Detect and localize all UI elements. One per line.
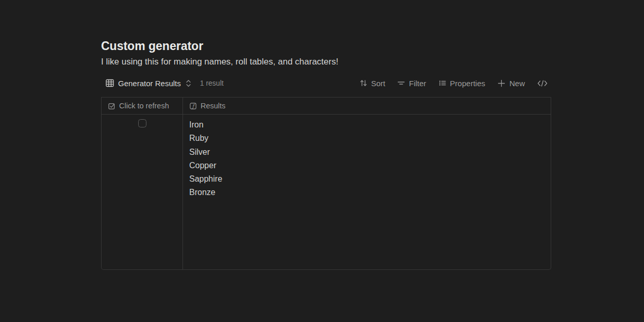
result-line: Silver bbox=[189, 146, 544, 159]
code-icon bbox=[537, 79, 548, 87]
column-header-results[interactable]: ƒ Results bbox=[183, 98, 551, 114]
table-grid-icon bbox=[105, 78, 114, 88]
chevron-up-down-icon bbox=[186, 79, 191, 88]
view-tab-generator-results[interactable]: Generator Results 1 result bbox=[101, 78, 224, 88]
filter-label: Filter bbox=[409, 79, 426, 88]
filter-lines-icon bbox=[397, 79, 405, 87]
column-label: Click to refresh bbox=[119, 102, 169, 110]
page-description: I like using this for making names, roll… bbox=[101, 57, 338, 67]
result-count: 1 result bbox=[200, 79, 224, 87]
results-cell[interactable]: Iron Ruby Silver Copper Sapphire Bronze bbox=[183, 115, 551, 269]
code-view-button[interactable] bbox=[537, 79, 548, 87]
new-button[interactable]: New bbox=[497, 79, 525, 88]
sort-arrows-icon bbox=[359, 79, 368, 87]
svg-text:ƒ: ƒ bbox=[191, 103, 195, 109]
result-line: Copper bbox=[189, 159, 544, 172]
column-label: Results bbox=[201, 102, 225, 110]
filter-button[interactable]: Filter bbox=[397, 79, 426, 88]
new-label: New bbox=[509, 79, 525, 88]
properties-label: Properties bbox=[450, 79, 485, 88]
page-title: Custom generator bbox=[101, 39, 203, 53]
view-name: Generator Results bbox=[118, 79, 181, 88]
checkbox-property-icon bbox=[108, 102, 115, 110]
result-line: Bronze bbox=[189, 186, 544, 199]
properties-button[interactable]: Properties bbox=[438, 79, 485, 88]
table-header-row: Click to refresh ƒ Results bbox=[102, 97, 551, 115]
column-header-click-to-refresh[interactable]: Click to refresh bbox=[102, 98, 183, 114]
properties-list-icon bbox=[438, 79, 447, 87]
result-line: Sapphire bbox=[189, 172, 544, 186]
table-row: Iron Ruby Silver Copper Sapphire Bronze bbox=[102, 115, 551, 269]
refresh-checkbox[interactable] bbox=[138, 119, 146, 127]
formula-property-icon: ƒ bbox=[189, 102, 197, 110]
result-line: Ruby bbox=[189, 132, 544, 145]
database-view-bar: Generator Results 1 result bbox=[101, 75, 551, 91]
result-line: Iron bbox=[189, 118, 544, 132]
database-table: Click to refresh ƒ Results Iron Ruby Sil… bbox=[101, 97, 551, 270]
sort-button[interactable]: Sort bbox=[359, 79, 386, 88]
plus-icon bbox=[497, 79, 506, 88]
sort-label: Sort bbox=[371, 79, 386, 88]
view-toolbar: Sort Filter bbox=[359, 79, 551, 88]
click-to-refresh-cell bbox=[102, 115, 183, 269]
